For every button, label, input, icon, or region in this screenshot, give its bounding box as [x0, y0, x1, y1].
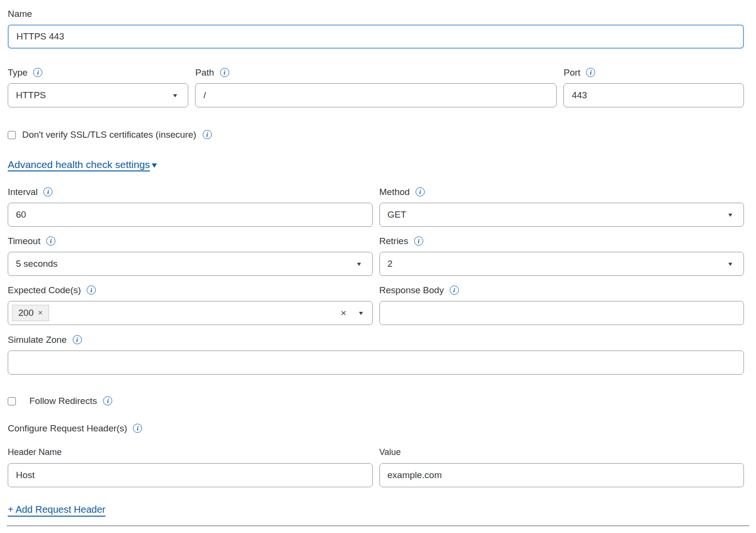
expected-code-tag: 200 ×: [12, 305, 49, 321]
method-field-group: Method i GET ▼: [379, 187, 744, 227]
type-select[interactable]: HTTPS ▼: [8, 83, 188, 107]
name-label-text: Name: [8, 9, 32, 19]
interval-field-group: Interval i: [8, 187, 373, 227]
request-headers-section-label: Configure Request Header(s) i: [8, 423, 744, 434]
request-header-row: Header Name Value: [8, 447, 744, 487]
follow-redirects-inner: Follow Redirects i: [29, 396, 112, 406]
chevron-down-icon: ▼: [727, 261, 734, 267]
interval-label-text: Interval: [8, 187, 38, 197]
verify-ssl-label: Don't verify SSL/TLS certificates (insec…: [22, 130, 196, 140]
chevron-down-icon: ▼: [727, 212, 734, 218]
interval-input[interactable]: [8, 203, 373, 227]
name-field-group: Name: [8, 9, 744, 49]
retries-select-value: 2: [388, 259, 393, 269]
response-body-input[interactable]: [379, 301, 744, 325]
method-label-text: Method: [379, 187, 410, 197]
name-input[interactable]: [8, 25, 744, 49]
header-value-field-group: Value: [379, 447, 744, 487]
response-body-info-icon[interactable]: i: [450, 286, 459, 295]
retries-label-text: Retries: [379, 236, 408, 247]
interval-method-row: Interval i Method i GET ▼: [8, 187, 744, 227]
timeout-select-value: 5 seconds: [16, 259, 58, 269]
caret-down-icon: ▼: [150, 161, 159, 169]
chevron-down-icon: ▼: [355, 261, 362, 267]
chevron-down-icon[interactable]: ▼: [357, 310, 364, 316]
request-headers-section-label-text: Configure Request Header(s): [8, 423, 127, 434]
simulate-zone-info-icon[interactable]: i: [73, 335, 82, 344]
retries-select[interactable]: 2 ▼: [379, 252, 744, 276]
interval-info-icon[interactable]: i: [43, 187, 52, 196]
header-value-label: Value: [379, 447, 744, 457]
follow-redirects-info-icon[interactable]: i: [103, 396, 112, 405]
port-input[interactable]: [563, 83, 744, 107]
name-label: Name: [8, 9, 744, 19]
expected-codes-label-text: Expected Code(s): [8, 285, 81, 296]
multiselect-controls: × ▼: [340, 307, 363, 319]
expected-code-tag-text: 200: [18, 308, 34, 318]
method-label: Method i: [379, 187, 744, 197]
simulate-zone-input[interactable]: [8, 351, 744, 375]
codes-body-row: Expected Code(s) i 200 × × ▼ Response Bo…: [8, 285, 744, 325]
interval-label: Interval i: [8, 187, 373, 197]
expected-codes-info-icon[interactable]: i: [87, 286, 96, 295]
verify-ssl-info-icon[interactable]: i: [203, 130, 212, 139]
expected-codes-field-group: Expected Code(s) i 200 × × ▼: [8, 285, 373, 325]
verify-ssl-row: Don't verify SSL/TLS certificates (insec…: [8, 130, 744, 140]
header-name-label: Header Name: [8, 447, 373, 457]
simulate-zone-label-text: Simulate Zone: [8, 335, 67, 345]
type-field-group: Type i HTTPS ▼: [8, 67, 188, 107]
response-body-label: Response Body i: [379, 285, 744, 296]
header-name-field-group: Header Name: [8, 447, 373, 487]
retries-info-icon[interactable]: i: [414, 236, 423, 246]
path-info-icon[interactable]: i: [220, 68, 229, 77]
timeout-select[interactable]: 5 seconds ▼: [8, 252, 373, 276]
path-label: Path i: [195, 67, 557, 78]
port-label: Port i: [563, 67, 744, 78]
retries-field-group: Retries i 2 ▼: [379, 236, 744, 276]
type-label: Type i: [8, 67, 188, 78]
timeout-label-text: Timeout: [8, 236, 40, 247]
type-select-value: HTTPS: [16, 90, 46, 101]
add-request-header-link[interactable]: + Add Request Header: [8, 504, 105, 515]
chevron-down-icon: ▼: [171, 92, 178, 98]
follow-redirects-label: Follow Redirects: [29, 396, 97, 406]
response-body-label-text: Response Body: [379, 285, 444, 296]
header-value-input[interactable]: [379, 463, 744, 487]
simulate-zone-label: Simulate Zone i: [8, 335, 744, 345]
timeout-info-icon[interactable]: i: [46, 236, 55, 246]
simulate-zone-field-group: Simulate Zone i: [8, 335, 744, 375]
advanced-settings-row: Advanced health check settings ▼: [8, 159, 744, 170]
header-name-input[interactable]: [8, 463, 373, 487]
method-info-icon[interactable]: i: [416, 187, 425, 196]
port-label-text: Port: [563, 67, 580, 78]
health-check-form: Name Type i HTTPS ▼ Path i Port i: [8, 9, 744, 526]
type-label-text: Type: [8, 67, 27, 78]
follow-redirects-row: Follow Redirects i: [8, 396, 744, 406]
timeout-label: Timeout i: [8, 236, 373, 247]
bottom-divider: [7, 525, 749, 526]
add-request-header-row: + Add Request Header: [8, 504, 744, 515]
type-info-icon[interactable]: i: [33, 68, 42, 77]
path-label-text: Path: [195, 67, 214, 78]
request-headers-info-icon[interactable]: i: [133, 424, 142, 433]
timeout-retries-row: Timeout i 5 seconds ▼ Retries i 2 ▼: [8, 236, 744, 276]
advanced-settings-link[interactable]: Advanced health check settings ▼: [8, 159, 158, 170]
verify-ssl-checkbox[interactable]: [8, 131, 16, 139]
path-field-group: Path i: [195, 67, 557, 107]
tag-remove-icon[interactable]: ×: [38, 308, 43, 318]
timeout-field-group: Timeout i 5 seconds ▼: [8, 236, 373, 276]
port-field-group: Port i: [563, 67, 744, 107]
method-select-value: GET: [388, 209, 406, 220]
response-body-field-group: Response Body i: [379, 285, 744, 325]
port-info-icon[interactable]: i: [586, 68, 595, 77]
follow-redirects-checkbox[interactable]: [8, 397, 16, 405]
clear-icon[interactable]: ×: [340, 307, 346, 319]
type-path-port-row: Type i HTTPS ▼ Path i Port i: [8, 67, 744, 107]
path-input[interactable]: [195, 83, 557, 107]
expected-codes-label: Expected Code(s) i: [8, 285, 373, 296]
method-select[interactable]: GET ▼: [379, 203, 744, 227]
retries-label: Retries i: [379, 236, 744, 247]
advanced-settings-link-text: Advanced health check settings: [8, 159, 150, 170]
expected-codes-multiselect[interactable]: 200 × × ▼: [8, 301, 373, 325]
